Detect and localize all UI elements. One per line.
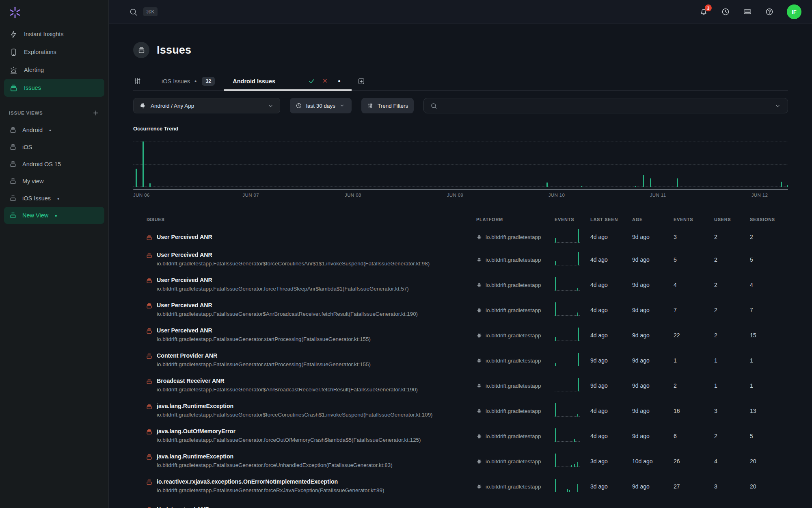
view-item-ios-issues[interactable]: iOS Issues• <box>4 190 104 207</box>
issue-cell: User Perceived ANRio.bitdrift.gradletest… <box>133 251 476 269</box>
chart-x-labels: JUN 06JUN 07JUN 08JUN 09JUN 10JUN 11JUN … <box>133 193 788 200</box>
column-header-age[interactable]: AGE <box>632 217 674 222</box>
tab-filter-sliders-icon[interactable] <box>133 72 142 90</box>
search-shortcut-chip: ⌘K <box>143 7 158 16</box>
last-seen-cell: 3d ago <box>590 458 632 465</box>
events-sparkline <box>555 428 581 444</box>
bell-icon[interactable]: 3 <box>699 7 708 16</box>
dot-icon[interactable]: • <box>336 78 343 85</box>
view-item-label: Android OS 15 <box>22 161 61 167</box>
users-cell: 2 <box>714 433 750 439</box>
view-item-label: iOS Issues <box>22 195 51 202</box>
sidebar-nav: Instant InsightsExplorationsAlertingIssu… <box>0 25 108 97</box>
issue-title: Undetermined ANR <box>157 506 209 508</box>
column-header-last-seen[interactable]: LAST SEEN <box>590 217 632 222</box>
events-cell: 4 <box>674 282 714 288</box>
issue-row[interactable]: User Perceived ANRio.bitdrift.gradletest… <box>133 272 788 297</box>
search-icon <box>430 102 437 109</box>
android-icon <box>476 383 482 389</box>
x-axis-label: JUN 11 <box>650 193 666 198</box>
sidebar-item-issues[interactable]: Issues <box>4 79 104 97</box>
platform-cell: io.bitdrift.gradletestapp <box>476 307 555 313</box>
issue-inbox-icon <box>146 378 153 385</box>
trend-filters-button[interactable]: Trend Filters <box>361 98 414 113</box>
sidebar-item-explorations[interactable]: Explorations <box>4 43 104 61</box>
view-item-android-os-15[interactable]: Android OS 15 <box>4 156 104 173</box>
issue-inbox-icon <box>146 252 153 259</box>
view-item-ios[interactable]: iOS <box>4 139 104 156</box>
column-header-events-count[interactable]: EVENTS <box>674 217 714 222</box>
android-icon <box>476 484 482 490</box>
logo-starburst-icon[interactable] <box>8 6 22 20</box>
issue-row[interactable]: User Perceived ANRio.bitdrift.gradletest… <box>133 227 788 247</box>
search-icon[interactable] <box>129 8 138 16</box>
column-header-sessions[interactable]: SESSIONS <box>750 217 788 222</box>
inbox-icon <box>9 178 17 185</box>
x-axis-label: JUN 09 <box>447 193 464 198</box>
android-icon <box>476 234 482 240</box>
sidebar-item-alerting[interactable]: Alerting <box>4 61 104 79</box>
android-icon <box>476 332 482 339</box>
add-view-button[interactable] <box>92 109 99 117</box>
keyboard-icon[interactable] <box>743 7 752 16</box>
add-tab-button[interactable] <box>357 72 365 90</box>
column-header-users[interactable]: USERS <box>714 217 750 222</box>
issue-row[interactable]: Content Provider ANRio.bitdrift.gradlete… <box>133 348 788 373</box>
view-item-my-view[interactable]: My view <box>4 173 104 190</box>
issue-row[interactable]: java.lang.OutOfMemoryErrorio.bitdrift.gr… <box>133 423 788 449</box>
trend-bar <box>136 169 137 187</box>
column-header-issues[interactable]: ISSUES <box>133 217 476 222</box>
age-cell: 9d ago <box>632 256 674 263</box>
issue-row[interactable]: User Perceived ANRio.bitdrift.gradletest… <box>133 297 788 323</box>
sidebar-item-instant-insights[interactable]: Instant Insights <box>4 25 104 43</box>
tab-ios-issues[interactable]: iOS Issues • 32 <box>153 72 224 90</box>
issue-row[interactable]: io.reactivex.rxjava3.exceptions.OnErrorN… <box>133 474 788 499</box>
issue-row[interactable]: User Perceived ANRio.bitdrift.gradletest… <box>133 247 788 272</box>
trend-bar <box>787 185 788 187</box>
tab-android-issues[interactable]: Android Issues • <box>224 72 352 90</box>
issue-search-input[interactable] <box>423 98 788 113</box>
sessions-cell: 1 <box>750 357 788 364</box>
occurrence-trend-chart[interactable] <box>133 138 788 187</box>
issue-row[interactable]: User Perceived ANRio.bitdrift.gradletest… <box>133 323 788 348</box>
main-area: ⌘K 3 IF <box>109 0 812 508</box>
sessions-cell: 13 <box>750 408 788 414</box>
age-cell: 9d ago <box>632 282 674 288</box>
platform-package: io.bitdrift.gradletestapp <box>486 484 541 490</box>
issue-row[interactable]: Broadcast Receiver ANRio.bitdrift.gradle… <box>133 373 788 398</box>
issue-subtitle: io.bitdrift.gradletestapp.FatalIssueGene… <box>157 309 418 319</box>
platform-cell: io.bitdrift.gradletestapp <box>476 332 555 339</box>
sidebar-item-label: Explorations <box>24 49 56 55</box>
user-avatar[interactable]: IF <box>787 4 801 19</box>
android-icon <box>476 358 482 364</box>
clock-icon[interactable] <box>721 7 730 16</box>
sessions-cell: 5 <box>750 433 788 439</box>
issue-row[interactable]: java.lang.RuntimeExceptionio.bitdrift.gr… <box>133 449 788 474</box>
issue-row[interactable]: Undetermined ANR <box>133 499 788 508</box>
x-icon[interactable] <box>322 78 329 85</box>
view-dot-icon: • <box>55 213 57 219</box>
issue-cell: User Perceived ANRio.bitdrift.gradletest… <box>133 327 476 344</box>
trend-bar <box>581 186 582 187</box>
platform-cell: io.bitdrift.gradletestapp <box>476 484 555 490</box>
view-item-android[interactable]: Android• <box>4 122 104 139</box>
trend-bar <box>781 182 782 187</box>
phone-icon <box>9 48 18 56</box>
help-icon[interactable] <box>765 7 774 16</box>
app-root: Instant InsightsExplorationsAlertingIssu… <box>0 0 812 508</box>
issue-row[interactable]: java.lang.RuntimeExceptionio.bitdrift.gr… <box>133 398 788 423</box>
column-header-platform[interactable]: PLATFORM <box>476 217 555 222</box>
age-cell: 9d ago <box>632 483 674 490</box>
events-cell: 27 <box>674 483 714 490</box>
users-cell: 1 <box>714 382 750 389</box>
app-select[interactable]: Android / Any App <box>133 98 280 113</box>
platform-package: io.bitdrift.gradletestapp <box>486 282 541 288</box>
view-item-new-view[interactable]: New View• <box>4 207 104 224</box>
check-icon[interactable] <box>308 78 315 85</box>
column-header-events[interactable]: EVENTS <box>555 217 590 222</box>
issue-inbox-icon <box>146 302 153 309</box>
sessions-cell: 15 <box>750 332 788 339</box>
table-body: User Perceived ANRio.bitdrift.gradletest… <box>133 227 788 508</box>
date-range-select[interactable]: last 30 days <box>290 98 352 113</box>
issue-title: User Perceived ANR <box>157 302 418 309</box>
